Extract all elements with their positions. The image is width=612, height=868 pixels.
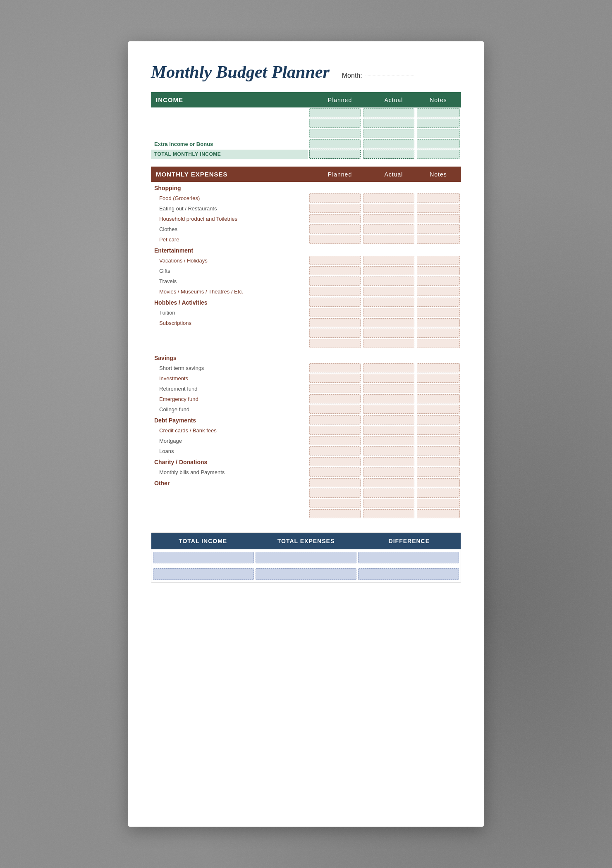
tuition-notes[interactable] (417, 308, 460, 317)
eating-out-actual[interactable] (363, 204, 414, 213)
food-planned[interactable] (309, 193, 361, 203)
final-empty-actual-1[interactable] (363, 489, 414, 498)
empty-planned-1[interactable] (309, 329, 361, 338)
movies-actual[interactable] (363, 287, 414, 296)
final-empty-planned-3[interactable] (309, 509, 361, 518)
income-actual-2[interactable] (363, 119, 414, 128)
empty-actual-2[interactable] (363, 339, 414, 348)
income-planned-3[interactable] (309, 129, 361, 138)
college-notes[interactable] (417, 405, 460, 414)
short-term-notes[interactable] (417, 363, 460, 372)
summary-income-cell-1[interactable] (153, 552, 254, 563)
college-planned[interactable] (309, 405, 361, 414)
monthly-bills-notes[interactable] (417, 467, 460, 477)
investments-planned[interactable] (309, 374, 361, 383)
income-notes-3[interactable] (417, 129, 460, 138)
total-monthly-planned[interactable] (309, 150, 361, 159)
subscriptions-notes[interactable] (417, 318, 460, 327)
other-actual[interactable] (363, 478, 414, 487)
monthly-bills-actual[interactable] (363, 467, 414, 477)
college-actual[interactable] (363, 405, 414, 414)
vacations-actual[interactable] (363, 256, 414, 265)
credit-planned[interactable] (309, 426, 361, 435)
monthly-bills-planned[interactable] (309, 467, 361, 477)
loans-actual[interactable] (363, 446, 414, 455)
income-planned-2[interactable] (309, 119, 361, 128)
vacations-planned[interactable] (309, 256, 361, 265)
travels-planned[interactable] (309, 277, 361, 286)
income-actual-3[interactable] (363, 129, 414, 138)
clothes-planned[interactable] (309, 224, 361, 234)
income-actual-1[interactable] (363, 108, 414, 117)
income-planned-1[interactable] (309, 108, 361, 117)
loans-notes[interactable] (417, 446, 460, 455)
household-planned[interactable] (309, 214, 361, 223)
credit-notes[interactable] (417, 426, 460, 435)
final-empty-planned-2[interactable] (309, 499, 361, 508)
emergency-actual[interactable] (363, 394, 414, 403)
final-empty-notes-3[interactable] (417, 509, 460, 518)
travels-notes[interactable] (417, 277, 460, 286)
income-notes-1[interactable] (417, 108, 460, 117)
short-term-planned[interactable] (309, 363, 361, 372)
debt-actual[interactable] (363, 415, 414, 424)
pet-care-actual[interactable] (363, 235, 414, 244)
household-actual[interactable] (363, 214, 414, 223)
tuition-actual[interactable] (363, 308, 414, 317)
investments-actual[interactable] (363, 374, 414, 383)
eating-out-planned[interactable] (309, 204, 361, 213)
empty-notes-1[interactable] (417, 329, 460, 338)
tuition-planned[interactable] (309, 308, 361, 317)
empty-actual-1[interactable] (363, 329, 414, 338)
summary-expenses-cell-2[interactable] (256, 568, 356, 580)
credit-actual[interactable] (363, 426, 414, 435)
debt-notes[interactable] (417, 415, 460, 424)
charity-notes[interactable] (417, 457, 460, 466)
final-empty-notes-2[interactable] (417, 499, 460, 508)
final-empty-planned-1[interactable] (309, 489, 361, 498)
summary-difference-cell-1[interactable] (358, 552, 459, 563)
final-empty-notes-1[interactable] (417, 489, 460, 498)
short-term-actual[interactable] (363, 363, 414, 372)
retirement-actual[interactable] (363, 384, 414, 393)
loans-planned[interactable] (309, 446, 361, 455)
mortgage-planned[interactable] (309, 436, 361, 445)
gifts-actual[interactable] (363, 266, 414, 275)
food-notes[interactable] (417, 193, 460, 203)
summary-income-cell-2[interactable] (153, 568, 254, 580)
total-monthly-actual[interactable] (363, 150, 414, 159)
pet-care-notes[interactable] (417, 235, 460, 244)
summary-expenses-cell-1[interactable] (256, 552, 356, 563)
final-empty-actual-2[interactable] (363, 499, 414, 508)
other-planned[interactable] (309, 478, 361, 487)
vacations-notes[interactable] (417, 256, 460, 265)
gifts-notes[interactable] (417, 266, 460, 275)
emergency-planned[interactable] (309, 394, 361, 403)
travels-actual[interactable] (363, 277, 414, 286)
clothes-notes[interactable] (417, 224, 460, 234)
investments-notes[interactable] (417, 374, 460, 383)
movies-notes[interactable] (417, 287, 460, 296)
other-notes[interactable] (417, 478, 460, 487)
empty-notes-2[interactable] (417, 339, 460, 348)
subscriptions-actual[interactable] (363, 318, 414, 327)
household-notes[interactable] (417, 214, 460, 223)
charity-actual[interactable] (363, 457, 414, 466)
charity-planned[interactable] (309, 457, 361, 466)
month-line[interactable] (366, 76, 415, 76)
extra-income-actual[interactable] (363, 139, 414, 148)
movies-planned[interactable] (309, 287, 361, 296)
summary-difference-cell-2[interactable] (358, 568, 459, 580)
pet-care-planned[interactable] (309, 235, 361, 244)
mortgage-notes[interactable] (417, 436, 460, 445)
empty-planned-2[interactable] (309, 339, 361, 348)
food-actual[interactable] (363, 193, 414, 203)
retirement-notes[interactable] (417, 384, 460, 393)
extra-income-planned[interactable] (309, 139, 361, 148)
gifts-planned[interactable] (309, 266, 361, 275)
mortgage-actual[interactable] (363, 436, 414, 445)
clothes-actual[interactable] (363, 224, 414, 234)
emergency-notes[interactable] (417, 394, 460, 403)
hobbies-actual[interactable] (363, 298, 414, 307)
subscriptions-planned[interactable] (309, 318, 361, 327)
